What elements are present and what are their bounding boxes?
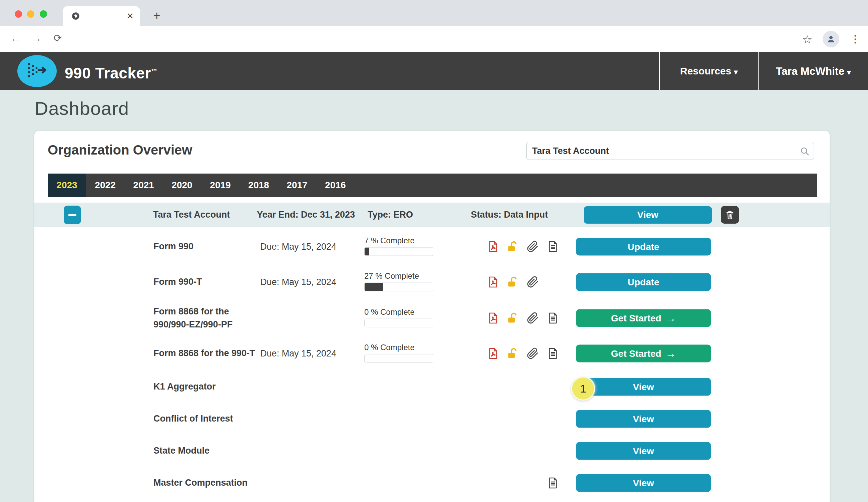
update-button[interactable]: Update <box>576 238 711 256</box>
get-started-button[interactable]: Get Started → <box>576 309 711 327</box>
view-button[interactable]: View <box>576 442 711 460</box>
notes-icon[interactable] <box>547 477 559 489</box>
reload-icon[interactable]: ⟳ <box>51 32 65 44</box>
account-summary-row: Tara Test Account Year End: Dec 31, 2023… <box>34 203 830 227</box>
account-type: Type: ERO <box>368 203 413 227</box>
tab-year-2019[interactable]: 2019 <box>201 174 239 197</box>
pdf-icon[interactable] <box>487 312 499 324</box>
tab-year-2021[interactable]: 2021 <box>124 174 163 197</box>
pdf-icon[interactable] <box>487 240 499 253</box>
close-window-button[interactable] <box>15 10 22 18</box>
search-icon[interactable] <box>799 146 810 156</box>
button-label: Get Started <box>611 313 662 324</box>
view-button[interactable]: View <box>576 474 711 492</box>
paperclip-icon[interactable] <box>527 240 539 253</box>
update-button[interactable]: Update <box>576 273 711 291</box>
account-view-button[interactable]: View <box>584 206 712 224</box>
person-icon <box>826 34 836 44</box>
minimize-window-button[interactable] <box>27 10 34 18</box>
progress: 7 % Complete <box>364 236 434 256</box>
notes-icon[interactable] <box>547 347 559 359</box>
form-row-990t: Form 990-T Due: May 15, 2024 27 % Comple… <box>34 264 830 300</box>
notes-icon[interactable] <box>547 312 559 324</box>
form-name: K1 Aggregator <box>154 380 257 393</box>
search-input[interactable] <box>527 142 814 160</box>
form-name: Conflict of Interest <box>154 412 257 425</box>
tab-year-2018[interactable]: 2018 <box>239 174 278 197</box>
form-row-k1-aggregator: K1 Aggregator View <box>34 371 830 403</box>
progress: 0 % Complete <box>364 343 434 363</box>
browser-menu-icon[interactable]: ⋮ <box>849 31 861 47</box>
maximize-window-button[interactable] <box>40 10 47 18</box>
resources-label: Resources <box>680 65 731 76</box>
account-name: Tara Test Account <box>153 203 230 227</box>
form-name: Form 8868 for the 990-T <box>154 347 257 360</box>
progress: 27 % Complete <box>364 272 434 291</box>
chrome-favicon-icon <box>71 12 80 20</box>
collapse-button[interactable] <box>64 206 81 224</box>
paperclip-icon[interactable] <box>527 312 539 324</box>
form-name: State Module <box>154 444 257 457</box>
tab-year-2022[interactable]: 2022 <box>86 174 124 197</box>
pdf-icon[interactable] <box>487 347 499 359</box>
section-title: Organization Overview <box>48 143 192 157</box>
unlock-icon[interactable] <box>507 240 519 253</box>
minus-icon <box>69 214 76 216</box>
due-date: Due: May 15, 2024 <box>260 277 336 287</box>
form-name: Form 8868 for the 990/990-EZ/990-PF <box>154 305 257 331</box>
paperclip-icon[interactable] <box>527 347 539 359</box>
pdf-icon[interactable] <box>487 276 499 288</box>
tab-year-2020[interactable]: 2020 <box>163 174 201 197</box>
trash-icon <box>725 210 735 220</box>
tab-year-2023[interactable]: 2023 <box>48 174 86 197</box>
progress-bar <box>364 319 433 327</box>
year-tab-bar: 2023 2022 2021 2020 2019 2018 2017 2016 <box>48 174 817 197</box>
progress-label: 7 % Complete <box>364 236 434 245</box>
back-icon[interactable]: ← <box>9 32 23 44</box>
form-row-conflict-of-interest: Conflict of Interest View <box>34 403 830 435</box>
forward-icon[interactable]: → <box>29 32 43 44</box>
progress-label: 0 % Complete <box>364 343 434 352</box>
organization-search <box>526 142 814 160</box>
brand-title: 990 Tracker™ <box>65 52 157 90</box>
progress-bar <box>364 283 433 291</box>
browser-toolbar: ← → ⟳ ☆ ⋮ <box>0 26 868 52</box>
app-header: 990 Tracker™ Resources▾ Tara McWhite▾ <box>0 52 868 90</box>
tab-close-icon[interactable]: ✕ <box>125 11 135 21</box>
button-label: Get Started <box>611 348 662 359</box>
progress-label: 0 % Complete <box>364 307 434 317</box>
unlock-icon[interactable] <box>507 347 519 359</box>
view-button[interactable]: View <box>576 378 711 396</box>
paperclip-icon[interactable] <box>527 276 539 288</box>
page-title: Dashboard <box>35 98 129 119</box>
bookmark-star-icon[interactable]: ☆ <box>800 33 814 46</box>
user-menu[interactable]: Tara McWhite▾ <box>758 52 868 90</box>
due-date: Due: May 15, 2024 <box>260 242 336 252</box>
arrow-right-icon: → <box>665 312 676 325</box>
trademark-symbol: ™ <box>151 68 157 74</box>
form-rows: Form 990 Due: May 15, 2024 7 % Complete … <box>34 229 830 499</box>
new-tab-button[interactable]: + <box>151 10 163 22</box>
chevron-down-icon: ▾ <box>847 68 851 76</box>
browser-profile-avatar[interactable] <box>823 31 839 48</box>
tab-year-2017[interactable]: 2017 <box>278 174 316 197</box>
annotation-badge-1: 1 <box>571 377 595 400</box>
990-tracker-logo-icon[interactable] <box>17 55 57 87</box>
tab-year-2016[interactable]: 2016 <box>316 174 355 197</box>
user-name-label: Tara McWhite <box>776 65 845 77</box>
chevron-down-icon: ▾ <box>734 68 737 76</box>
view-button[interactable]: View <box>576 410 711 428</box>
form-row-master-compensation: Master Compensation View <box>34 467 830 499</box>
progress-bar <box>364 354 433 363</box>
progress-bar <box>364 247 433 256</box>
browser-tab[interactable]: ✕ <box>63 6 140 26</box>
unlock-icon[interactable] <box>507 312 519 324</box>
organization-overview-card: Organization Overview 2023 2022 2021 202… <box>34 131 830 502</box>
notes-icon[interactable] <box>547 240 559 253</box>
form-row-8868-990t: Form 8868 for the 990-T Due: May 15, 202… <box>34 336 830 371</box>
resources-menu[interactable]: Resources▾ <box>660 52 758 90</box>
due-date: Due: May 15, 2024 <box>260 348 336 359</box>
get-started-button[interactable]: Get Started → <box>576 345 711 362</box>
delete-account-button[interactable] <box>721 206 739 224</box>
unlock-icon[interactable] <box>507 276 519 288</box>
